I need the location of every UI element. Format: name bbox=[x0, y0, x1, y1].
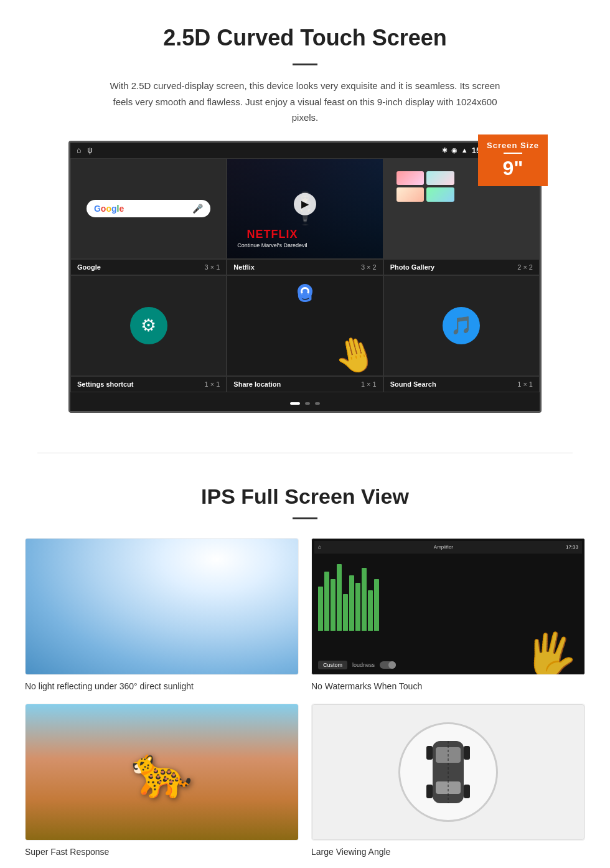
title-underline bbox=[293, 64, 317, 65]
sunlight-image bbox=[25, 538, 299, 675]
google-app-name: Google bbox=[77, 263, 101, 271]
amplifier-caption: No Watermarks When Touch bbox=[311, 681, 585, 691]
bluetooth-icon: ✱ bbox=[442, 146, 448, 154]
car-visual bbox=[312, 704, 584, 840]
app-cell-share[interactable]: G 🤚 bbox=[227, 275, 383, 376]
svg-rect-9 bbox=[464, 746, 470, 760]
netflix-content: 🕴 ▶ NETFLIX Continue Marvel's Daredevil bbox=[227, 159, 382, 258]
gallery-app-name: Photo Gallery bbox=[390, 263, 435, 271]
badge-label: Screen Size bbox=[487, 141, 539, 151]
status-bar: ⌂ ψ ✱ ◉ ▲ 15:06 ⊡ 🔊 ⊠ ▭ bbox=[70, 143, 540, 158]
settings-icon: ⚙ bbox=[130, 307, 167, 344]
settings-label: Settings shortcut 1 × 1 bbox=[70, 376, 227, 392]
sound-app-size: 1 × 1 bbox=[517, 380, 533, 388]
sound-label: Sound Search 1 × 1 bbox=[383, 376, 540, 392]
svg-rect-10 bbox=[426, 785, 433, 798]
amp-controls: Custom loudness bbox=[318, 661, 396, 669]
google-content: Google 🎤 bbox=[71, 159, 226, 258]
badge-underline bbox=[504, 153, 522, 154]
app-cell-settings[interactable]: ⚙ bbox=[70, 275, 227, 376]
amp-screen: ⌂ Amplifier 17:33 bbox=[312, 539, 584, 674]
feature-grid: No light reflecting under 360° direct su… bbox=[25, 538, 585, 857]
android-screen: ⌂ ψ ✱ ◉ ▲ 15:06 ⊡ 🔊 ⊠ ▭ bbox=[68, 141, 542, 413]
cheetah-silhouette: 🐆 bbox=[131, 743, 193, 801]
share-content: G 🤚 bbox=[227, 276, 382, 375]
screen-dots bbox=[70, 392, 540, 411]
sound-app-name: Sound Search bbox=[390, 380, 436, 388]
sound-search-icon: 🎵 bbox=[443, 307, 480, 344]
google-label: Google 3 × 1 bbox=[70, 259, 227, 275]
netflix-subtitle: Continue Marvel's Daredevil bbox=[237, 242, 307, 248]
hand-pointer-icon: 🤚 bbox=[329, 330, 380, 375]
netflix-logo: NETFLIX bbox=[237, 228, 307, 241]
gallery-app-size: 2 × 2 bbox=[517, 263, 533, 271]
app-cell-sound[interactable]: 🎵 bbox=[383, 275, 540, 376]
amplifier-image: ⌂ Amplifier 17:33 bbox=[311, 538, 585, 675]
section-divider bbox=[37, 453, 573, 453]
car-circle bbox=[398, 722, 498, 822]
status-left: ⌂ ψ bbox=[77, 146, 93, 154]
dot-2[interactable] bbox=[305, 402, 310, 405]
car-caption: Large Viewing Angle bbox=[311, 847, 585, 857]
google-search-bar[interactable]: Google 🎤 bbox=[87, 200, 210, 217]
maps-logo bbox=[293, 282, 317, 307]
location-icon: ◉ bbox=[451, 146, 458, 154]
app-grid-row1: Google 🎤 🕴 ▶ NETFLIX bbox=[70, 158, 540, 259]
car-image bbox=[311, 704, 585, 841]
svg-rect-11 bbox=[464, 785, 470, 798]
section-ips: IPS Full Screen View No light reflecting… bbox=[0, 472, 610, 869]
gallery-label: Photo Gallery 2 × 2 bbox=[383, 259, 540, 275]
loudness-toggle[interactable] bbox=[380, 661, 396, 669]
app-cell-google[interactable]: Google 🎤 bbox=[70, 158, 227, 259]
cheetah-visual: 🐆 bbox=[26, 704, 298, 840]
google-mic-icon[interactable]: 🎤 bbox=[192, 204, 203, 214]
settings-app-name: Settings shortcut bbox=[77, 380, 133, 388]
share-label: Share location 1 × 1 bbox=[227, 376, 383, 392]
settings-app-size: 1 × 1 bbox=[205, 380, 220, 388]
usb-icon: ψ bbox=[87, 146, 93, 154]
google-app-size: 3 × 1 bbox=[205, 263, 220, 271]
car-svg bbox=[423, 735, 473, 809]
app-cell-netflix[interactable]: 🕴 ▶ NETFLIX Continue Marvel's Daredevil bbox=[227, 158, 383, 259]
wifi-icon: ▲ bbox=[461, 146, 468, 154]
netflix-app-name: Netflix bbox=[233, 263, 255, 271]
eq-bars bbox=[318, 557, 578, 631]
hand-touch-icon: 🖐 bbox=[520, 625, 583, 675]
device-wrapper: Screen Size 9" ⌂ ψ ✱ ◉ ▲ 15:06 ⊡ 🔊 ⊠ bbox=[68, 141, 542, 413]
sunlight-visual bbox=[26, 539, 298, 674]
eq-container bbox=[314, 554, 582, 634]
app-grid-row2: ⚙ G 🤚 bbox=[70, 275, 540, 376]
app-labels-row2: Settings shortcut 1 × 1 Share location 1… bbox=[70, 376, 540, 392]
home-icon[interactable]: ⌂ bbox=[77, 146, 81, 154]
share-app-name: Share location bbox=[233, 380, 281, 388]
section1-description: With 2.5D curved-display screen, this de… bbox=[100, 78, 510, 126]
svg-point-2 bbox=[303, 289, 307, 294]
feature-amplifier: ⌂ Amplifier 17:33 bbox=[311, 538, 585, 691]
netflix-label: Netflix 3 × 2 bbox=[227, 259, 383, 275]
cheetah-image: 🐆 bbox=[25, 704, 299, 841]
google-logo: Google bbox=[94, 204, 124, 214]
netflix-app-size: 3 × 2 bbox=[361, 263, 377, 271]
dot-3[interactable] bbox=[315, 402, 320, 405]
feature-sunlight: No light reflecting under 360° direct su… bbox=[25, 538, 299, 691]
settings-content: ⚙ bbox=[71, 276, 226, 375]
cheetah-caption: Super Fast Response bbox=[25, 847, 299, 857]
share-app-size: 1 × 1 bbox=[361, 380, 377, 388]
svg-rect-6 bbox=[436, 781, 461, 794]
section1-title: 2.5D Curved Touch Screen bbox=[37, 25, 573, 51]
screen-size-badge: Screen Size 9" bbox=[478, 134, 548, 187]
app-labels-row1: Google 3 × 1 Netflix 3 × 2 Photo Gallery… bbox=[70, 259, 540, 275]
feature-car: Large Viewing Angle bbox=[311, 704, 585, 857]
sound-content: 🎵 bbox=[384, 276, 539, 375]
section2-underline bbox=[293, 517, 317, 519]
section2-title: IPS Full Screen View bbox=[25, 484, 585, 509]
netflix-play-button[interactable]: ▶ bbox=[294, 192, 316, 215]
loudness-label: loudness bbox=[352, 662, 375, 668]
feature-cheetah: 🐆 Super Fast Response bbox=[25, 704, 299, 857]
svg-rect-8 bbox=[426, 746, 433, 760]
amp-statusbar: ⌂ Amplifier 17:33 bbox=[314, 541, 582, 554]
dot-1[interactable] bbox=[290, 402, 300, 405]
section-curved-touch: 2.5D Curved Touch Screen With 2.5D curve… bbox=[0, 0, 610, 434]
badge-size: 9" bbox=[487, 156, 539, 180]
custom-button[interactable]: Custom bbox=[318, 661, 347, 669]
